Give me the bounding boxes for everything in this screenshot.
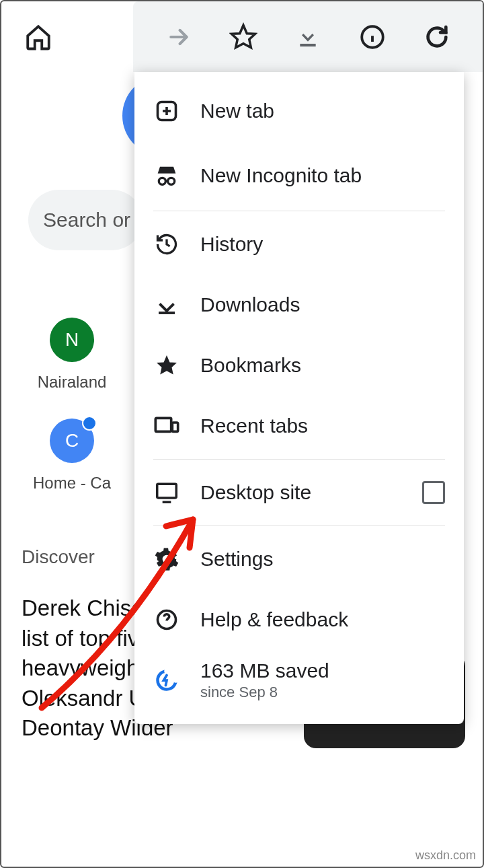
svg-rect-14 [172,423,177,431]
shortcut-label: Home - Ca [33,474,111,493]
discover-heading: Discover [22,546,95,568]
menu-recent-tabs[interactable]: Recent tabs [134,396,464,456]
shortcuts: N Nairaland C Home - Ca [1,318,143,519]
download-icon[interactable] [294,23,322,51]
shortcut-avatar: N [50,318,94,362]
forward-icon[interactable] [165,23,193,51]
menu-label: Bookmarks [200,354,301,377]
menu-label: Desktop site [200,481,311,504]
divider [153,459,445,460]
menu-label: History [200,233,263,256]
toolbar-actions [133,1,483,72]
svg-point-9 [168,178,175,184]
svg-rect-1 [300,44,315,46]
incognito-icon [153,162,180,189]
shortcut-home-ca[interactable]: C Home - Ca [1,419,143,493]
menu-label: New Incognito tab [200,164,362,187]
watermark: wsxdn.com [415,848,476,863]
menu-incognito[interactable]: New Incognito tab [134,143,464,208]
star-icon[interactable] [229,23,257,51]
data-saved-label: 163 MB saved [200,659,329,682]
svg-marker-12 [157,355,177,375]
svg-rect-13 [155,418,171,431]
menu-bookmarks[interactable]: Bookmarks [134,335,464,396]
menu-help[interactable]: Help & feedback [134,589,464,650]
toolbar [1,1,483,72]
menu-label: Settings [200,548,273,571]
search-input[interactable]: Search or [28,190,143,250]
desktop-icon [153,479,180,506]
menu-label: Recent tabs [200,414,308,437]
gear-icon [153,546,180,573]
desktop-site-checkbox[interactable] [422,481,445,504]
shortcut-nairaland[interactable]: N Nairaland [1,318,143,392]
menu-downloads[interactable]: Downloads [134,275,464,335]
svg-rect-15 [157,484,177,498]
bookmarks-icon [153,352,180,379]
shortcut-label: Nairaland [38,373,107,392]
overflow-menu: New tab New Incognito tab History Downlo… [134,72,464,724]
downloads-icon [153,291,180,318]
home-button[interactable] [22,20,55,54]
help-icon [153,606,180,633]
menu-desktop-site[interactable]: Desktop site [134,462,464,523]
shortcut-avatar: C [50,419,94,463]
new-tab-icon [153,98,180,124]
svg-point-8 [159,178,165,184]
menu-label: Help & feedback [200,608,348,631]
menu-history[interactable]: History [134,214,464,275]
menu-label: Downloads [200,293,300,316]
data-saver-icon [153,667,180,694]
search-placeholder: Search or [43,209,130,231]
data-saved-since: since Sep 8 [200,684,329,701]
menu-new-tab[interactable]: New tab [134,79,464,143]
divider [153,526,445,526]
reload-icon[interactable] [423,23,451,51]
history-icon [153,231,180,258]
recent-tabs-icon [153,412,180,439]
menu-label: New tab [200,100,274,122]
menu-settings[interactable]: Settings [134,529,464,589]
svg-marker-0 [232,25,255,47]
menu-data-saved[interactable]: 163 MB saved since Sep 8 [134,650,464,711]
shortcut-badge [82,416,97,431]
divider [153,211,445,211]
info-icon[interactable] [358,23,387,51]
